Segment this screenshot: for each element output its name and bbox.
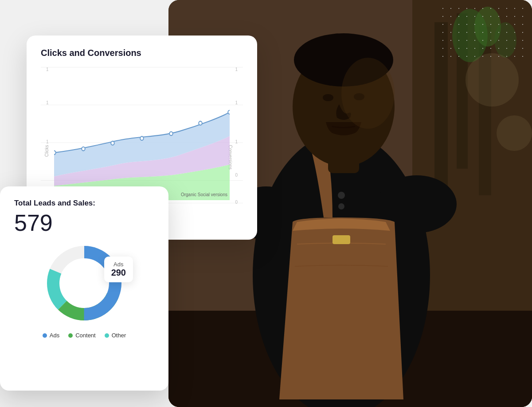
leads-sales-title: Total Leads and Sales: [14, 199, 154, 208]
y-label-right-2: 1 [235, 100, 238, 105]
tooltip-value: 290 [111, 268, 126, 278]
leads-sales-card: Total Leads and Sales: 579 Ads 290 [0, 186, 168, 391]
y-label-right-1: 1 [235, 67, 238, 72]
organic-social-label: Organic Social versions [181, 192, 227, 198]
y-label-left-3: 1 [46, 139, 49, 144]
y-label-left-2: 1 [46, 100, 49, 105]
svg-point-29 [228, 111, 230, 115]
svg-point-20 [338, 203, 344, 209]
legend-label-other: Other [112, 332, 126, 339]
svg-point-22 [341, 58, 395, 129]
donut-legend: Ads Content Other [14, 332, 154, 339]
legend-item-ads: Ads [43, 332, 59, 339]
legend-label-ads: Ads [50, 332, 59, 339]
tooltip-label: Ads [111, 261, 126, 268]
svg-point-26 [140, 136, 144, 140]
dot-grid-decoration [439, 4, 528, 58]
svg-point-9 [497, 115, 532, 151]
legend-item-content: Content [68, 332, 96, 339]
svg-point-8 [466, 53, 519, 107]
svg-point-25 [111, 141, 114, 145]
svg-point-28 [199, 121, 202, 125]
chart-svg [54, 67, 230, 200]
leads-sales-total: 579 [14, 211, 154, 234]
y-label-right-3: 1 [235, 139, 238, 144]
legend-label-content: Content [75, 332, 96, 339]
y-label-left-1: 1 [46, 67, 49, 72]
clicks-conversions-title: Clicks and Conversions [41, 48, 243, 58]
svg-point-27 [169, 132, 173, 136]
legend-dot-other [105, 333, 109, 338]
legend-item-other: Other [105, 332, 126, 339]
legend-dot-content [68, 333, 73, 338]
scene: Clicks and Conversions Clicks Conversion… [0, 0, 532, 407]
svg-rect-21 [332, 235, 350, 244]
y-label-right-5: 0 [235, 200, 238, 205]
svg-point-16 [323, 94, 333, 101]
y-axis-left-label: Clicks [44, 145, 49, 157]
donut-tooltip: Ads 290 [104, 257, 133, 282]
legend-dot-ads [43, 333, 47, 338]
donut-chart-container: Ads 290 [44, 243, 124, 323]
svg-point-23 [54, 151, 56, 155]
svg-point-24 [82, 147, 85, 151]
y-label-right-4: 0 [235, 173, 238, 178]
svg-point-19 [338, 192, 345, 199]
donut-svg [44, 243, 124, 323]
